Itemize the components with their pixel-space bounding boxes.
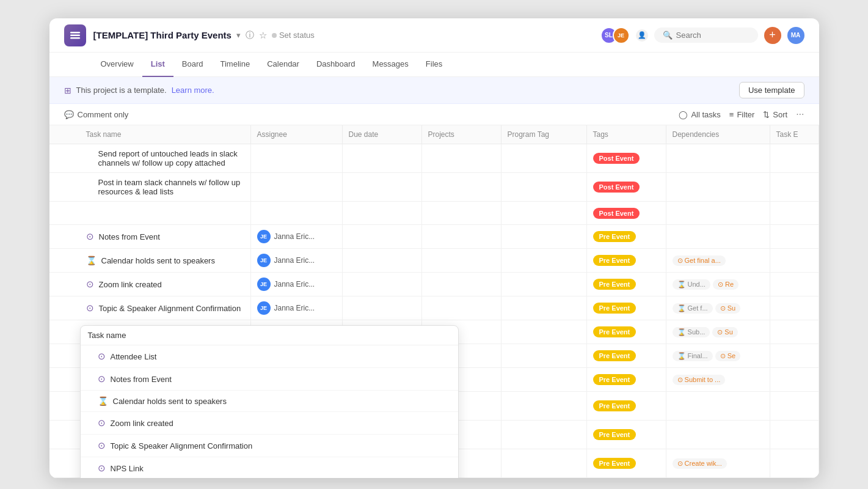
tags-cell: Pre Event (587, 296, 666, 320)
dep-badge: ⌛ Und... (673, 279, 710, 290)
task-label: Zoom link created (111, 419, 173, 428)
dependencies-cell (666, 202, 770, 224)
add-button[interactable]: + (764, 27, 781, 44)
table-row[interactable]: Send report of untouched leads in slack … (49, 144, 819, 173)
tag-badge: Pre Event (593, 231, 636, 242)
list-item[interactable]: ⊙ Attendee List (81, 345, 458, 368)
chevron-down-icon[interactable]: ▾ (236, 31, 241, 40)
task-name-cell: Send report of untouched leads in slack … (64, 144, 251, 172)
status-area[interactable]: Set status (272, 31, 315, 40)
tab-timeline[interactable]: Timeline (212, 53, 259, 77)
dependencies-cell (666, 173, 770, 201)
tab-dashboard[interactable]: Dashboard (308, 53, 364, 77)
task-e-cell (770, 202, 819, 224)
list-item[interactable]: ⊙ NPS Link (81, 457, 458, 478)
list-item[interactable]: ⊙ Notes from Event (81, 368, 458, 391)
tag-badge: Pre Event (593, 400, 636, 411)
sort-btn[interactable]: ⇅ Sort (763, 110, 787, 119)
assignee-cell: JE Janna Eric... (251, 249, 343, 272)
toolbar: 💬 Comment only ◯ All tasks ≡ Filter ⇅ So… (49, 104, 819, 125)
tag-badge: Pre Event (593, 429, 636, 440)
dependencies-cell: ⊙ Create wik... (666, 449, 770, 477)
tag-badge: Pre Event (593, 279, 636, 290)
svg-rect-0 (70, 32, 80, 34)
dependencies-cell: ⊙ Submit to ... (666, 368, 770, 391)
list-item[interactable]: ⊙ Zoom link created (81, 412, 458, 435)
program-tag-cell (501, 144, 587, 172)
star-icon[interactable]: ☆ (259, 30, 267, 41)
floating-section-panel: Task name ⊙ Attendee List ⊙ Notes from E… (80, 325, 459, 478)
col-projects: Projects (422, 125, 501, 144)
template-banner: ⊞ This project is a template. Learn more… (49, 77, 819, 104)
task-name-cell: ⊙ Zoom link created (64, 273, 251, 296)
task-name: Notes from Event (99, 232, 160, 241)
tags-cell: Pre Event (587, 392, 666, 420)
dependencies-cell: ⌛ Final... ⊙ Se (666, 344, 770, 367)
search-box[interactable]: 🔍 (654, 28, 758, 43)
assignee-cell (251, 202, 343, 224)
assignee-cell: JE Janna Eric... (251, 273, 343, 296)
check-icon: ⊙ (98, 440, 106, 451)
svg-rect-1 (70, 34, 80, 36)
due-date-cell (343, 202, 422, 224)
task-label: Topic & Speaker Alignment Confirmation (111, 441, 253, 450)
filter-icon: ≡ (729, 110, 734, 119)
task-name-cell: Post in team slack channels w/ follow up… (64, 173, 251, 201)
info-icon[interactable]: ⓘ (246, 30, 254, 41)
table-row[interactable]: ⌛ Calendar holds sent to speakers JE Jan… (49, 249, 819, 273)
table-row[interactable]: ⊙ Zoom link created JE Janna Eric... Pre… (49, 273, 819, 296)
use-template-button[interactable]: Use template (739, 82, 804, 98)
tab-overview[interactable]: Overview (92, 53, 142, 77)
due-date-cell (343, 173, 422, 201)
due-date-cell (343, 144, 422, 172)
all-tasks-btn[interactable]: ◯ All tasks (679, 110, 720, 119)
filter-btn[interactable]: ≡ Filter (729, 110, 754, 119)
tab-calendar[interactable]: Calendar (258, 53, 308, 77)
tags-cell: Post Event (587, 144, 666, 172)
top-right-controls: SL JE 👤 🔍 + MA (600, 27, 804, 44)
tab-files[interactable]: Files (417, 53, 451, 77)
table-row[interactable]: Post in team slack channels w/ follow up… (49, 173, 819, 202)
avatar: JE (257, 230, 271, 243)
task-e-cell (770, 173, 819, 201)
task-e-cell (770, 144, 819, 172)
tags-cell: Pre Event (587, 421, 666, 449)
status-label: Set status (279, 31, 315, 40)
tab-messages[interactable]: Messages (364, 53, 417, 77)
sort-icon: ⇅ (763, 110, 770, 119)
search-input[interactable] (676, 31, 749, 40)
check-icon: ⊙ (86, 303, 94, 314)
more-options-btn[interactable]: ··· (796, 109, 804, 120)
user-avatar-main[interactable]: MA (787, 27, 804, 44)
learn-more-link[interactable]: Learn more. (172, 86, 214, 95)
comment-only-toggle[interactable]: 💬 Comment only (64, 110, 129, 119)
dep-badge: ⊙ Submit to ... (673, 375, 726, 385)
assignee-cell: JE Janna Eric... (251, 225, 343, 248)
program-tag-cell (501, 173, 587, 201)
dependencies-cell: ⌛ Und... ⊙ Re (666, 273, 770, 296)
top-bar: [TEMPLATE] Third Party Events ▾ ⓘ ☆ Set … (49, 18, 819, 53)
timer-icon: ⌛ (98, 396, 108, 406)
col-assignee: Assignee (251, 125, 343, 144)
svg-rect-2 (70, 37, 80, 39)
list-item[interactable]: ⊙ Topic & Speaker Alignment Confirmation (81, 435, 458, 457)
table-row[interactable]: ⊙ Topic & Speaker Alignment Confirmation… (49, 296, 819, 320)
table-row[interactable]: ⊙ Notes from Event JE Janna Eric... Pre … (49, 225, 819, 249)
tag-badge: Pre Event (593, 350, 636, 361)
list-item[interactable]: ⌛ Calendar holds sent to speakers (81, 391, 458, 412)
tag-badge: Pre Event (593, 374, 636, 385)
tab-board[interactable]: Board (173, 53, 212, 77)
add-member-icon[interactable]: 👤 (636, 29, 648, 42)
assignee-cell (251, 173, 343, 201)
task-label: Attendee List (111, 352, 157, 361)
table-row[interactable]: Post Event (49, 202, 819, 225)
avatar: JE (257, 278, 271, 291)
all-tasks-label: All tasks (691, 110, 720, 119)
dep-badge-2: ⊙ Re (713, 279, 739, 290)
banner-text: This project is a template. (76, 86, 167, 95)
tab-list[interactable]: List (142, 53, 173, 77)
dependencies-cell: ⌛ Get f... ⊙ Su (666, 296, 770, 320)
projects-cell (422, 173, 501, 201)
filter-label: Filter (737, 110, 754, 119)
assignee-name: Janna Eric... (274, 256, 315, 265)
